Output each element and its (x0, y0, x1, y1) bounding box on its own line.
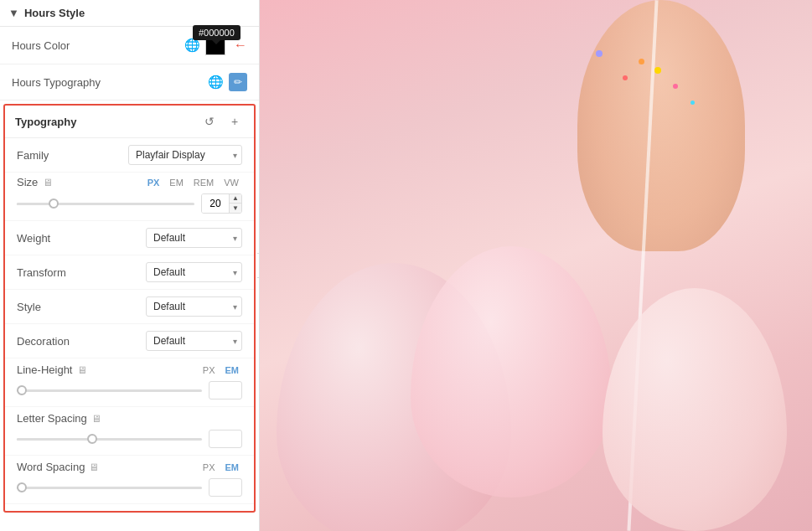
size-input[interactable] (202, 194, 229, 213)
typography-reset-button[interactable]: ↺ (200, 112, 219, 131)
word-spacing-input[interactable] (209, 478, 242, 497)
size-slider-thumb[interactable] (49, 198, 59, 209)
typography-header: Typography ↺ + (5, 106, 254, 138)
hours-typography-controls: 🌐 ✏ (207, 73, 247, 91)
typography-section: Typography ↺ + Family Playfair Display A… (3, 104, 256, 513)
size-step-up[interactable]: ▲ (230, 194, 241, 204)
word-spacing-label: Word Spacing (17, 461, 85, 473)
letter-spacing-slider-thumb[interactable] (87, 434, 97, 444)
line-height-unit-px[interactable]: PX (199, 364, 219, 376)
word-spacing-units: PX EM (199, 461, 242, 473)
line-height-row-top: Line-Height 🖥 PX EM (17, 363, 242, 376)
word-spacing-slider-thumb[interactable] (17, 482, 27, 492)
word-spacing-slider-container (17, 481, 202, 494)
typography-decoration-control: Default NoneUnderline ▾ (92, 331, 242, 351)
word-spacing-row-bottom (17, 478, 242, 497)
line-height-label-group: Line-Height 🖥 (17, 363, 87, 376)
typography-transform-select[interactable]: Default NoneUppercaseLowercase (146, 262, 242, 282)
typography-letter-spacing-row: Letter Spacing 🖥 (5, 407, 254, 456)
hours-typography-edit-icon[interactable]: ✏ (229, 73, 247, 91)
letter-spacing-label-group: Letter Spacing 🖥 (17, 412, 101, 425)
line-height-unit-em[interactable]: EM (222, 364, 243, 376)
size-stepper: ▲ ▼ (229, 194, 241, 213)
typography-transform-dropdown-wrapper: Default NoneUppercaseLowercase ▾ (146, 262, 242, 282)
size-unit-rem[interactable]: REM (190, 177, 217, 188)
word-spacing-slider-track (17, 487, 202, 489)
line-height-slider-track (17, 389, 202, 392)
collapse-arrow-icon[interactable]: ▼ (8, 7, 19, 19)
typography-decoration-label: Decoration (17, 335, 92, 348)
typography-weight-control: Default 100400700 ▾ (92, 228, 242, 248)
left-panel: ▼ Hours Style #000000 Hours Color 🌐 ← Ho… (0, 0, 260, 531)
typography-actions: ↺ + (200, 112, 244, 131)
typography-family-dropdown-wrapper: Playfair Display Arial Georgia Times New… (128, 145, 242, 165)
letter-spacing-row-top: Letter Spacing 🖥 (17, 412, 242, 425)
person-face-area (577, 0, 745, 251)
size-label-group: Size 🖥 (17, 176, 53, 188)
letter-spacing-monitor-icon: 🖥 (91, 413, 101, 425)
line-height-row-bottom (17, 381, 242, 400)
size-slider-container (17, 197, 194, 210)
typography-decoration-dropdown-wrapper: Default NoneUnderline ▾ (146, 331, 242, 351)
typography-size-row: Size 🖥 PX EM REM VW (5, 173, 254, 221)
color-tooltip: #000000 (193, 25, 240, 40)
typography-family-row: Family Playfair Display Arial Georgia Ti… (5, 138, 254, 173)
hours-color-label: Hours Color (12, 39, 184, 52)
typography-family-control: Playfair Display Arial Georgia Times New… (92, 145, 242, 165)
typography-style-row: Style Default NormalItalic ▾ (5, 290, 254, 324)
typography-style-label: Style (17, 301, 92, 313)
typography-style-dropdown-wrapper: Default NormalItalic ▾ (146, 296, 242, 317)
letter-spacing-slider-track (17, 438, 202, 441)
typography-decoration-select[interactable]: Default NoneUnderline (146, 331, 242, 351)
hours-typography-row: Hours Typography 🌐 ✏ (0, 64, 259, 101)
typography-weight-row: Weight Default 100400700 ▾ (5, 221, 254, 255)
line-height-monitor-icon: 🖥 (77, 364, 87, 376)
size-units: PX EM REM VW (144, 177, 242, 188)
typography-style-select[interactable]: Default NormalItalic (146, 296, 242, 317)
typography-transform-row: Transform Default NoneUppercaseLowercase… (5, 255, 254, 290)
letter-spacing-input[interactable] (209, 430, 242, 448)
size-row-bottom: ▲ ▼ (17, 193, 242, 214)
hours-typography-globe-icon[interactable]: 🌐 (207, 74, 224, 90)
typography-weight-dropdown-wrapper: Default 100400700 ▾ (146, 228, 242, 248)
letter-spacing-row-bottom (17, 430, 242, 448)
word-spacing-label-group: Word Spacing 🖥 (17, 461, 99, 473)
size-input-group: ▲ ▼ (201, 193, 242, 214)
typography-family-label: Family (17, 149, 92, 162)
typography-word-spacing-row: Word Spacing 🖥 PX EM (5, 456, 254, 504)
size-label: Size (17, 176, 38, 188)
right-panel (260, 0, 812, 531)
word-spacing-unit-px[interactable]: PX (199, 461, 219, 473)
typography-line-height-row: Line-Height 🖥 PX EM (5, 358, 254, 407)
letter-spacing-label: Letter Spacing (17, 412, 87, 425)
typography-family-select[interactable]: Playfair Display Arial Georgia Times New… (128, 145, 242, 165)
size-unit-vw[interactable]: VW (220, 177, 242, 188)
line-height-label: Line-Height (17, 363, 73, 376)
typography-add-button[interactable]: + (225, 112, 244, 131)
size-slider-track (17, 203, 194, 205)
typography-decoration-row: Decoration Default NoneUnderline ▾ (5, 324, 254, 358)
typography-title: Typography (15, 116, 76, 128)
letter-spacing-slider-container (17, 432, 202, 446)
word-spacing-unit-em[interactable]: EM (222, 461, 243, 473)
typography-weight-label: Weight (17, 232, 92, 245)
size-row-top: Size 🖥 PX EM REM VW (17, 176, 242, 188)
hours-typography-label: Hours Typography (12, 76, 207, 89)
size-slider-fill (17, 203, 52, 205)
size-unit-px[interactable]: PX (144, 177, 163, 188)
typography-transform-label: Transform (17, 266, 92, 279)
line-height-slider-thumb[interactable] (17, 385, 27, 395)
line-height-units: PX EM (199, 364, 242, 376)
background-image (260, 0, 812, 531)
line-height-input[interactable] (209, 381, 242, 400)
size-unit-em[interactable]: EM (166, 177, 187, 188)
typography-weight-select[interactable]: Default 100400700 (146, 228, 242, 248)
hours-style-header: ▼ Hours Style (0, 0, 259, 27)
word-spacing-row-top: Word Spacing 🖥 PX EM (17, 461, 242, 473)
typography-style-control: Default NormalItalic ▾ (92, 296, 242, 317)
size-monitor-icon: 🖥 (43, 177, 53, 188)
word-spacing-monitor-icon: 🖥 (89, 461, 99, 473)
line-height-slider-container (17, 384, 202, 397)
size-step-down[interactable]: ▼ (230, 204, 241, 213)
letter-spacing-slider-fill (17, 438, 91, 441)
